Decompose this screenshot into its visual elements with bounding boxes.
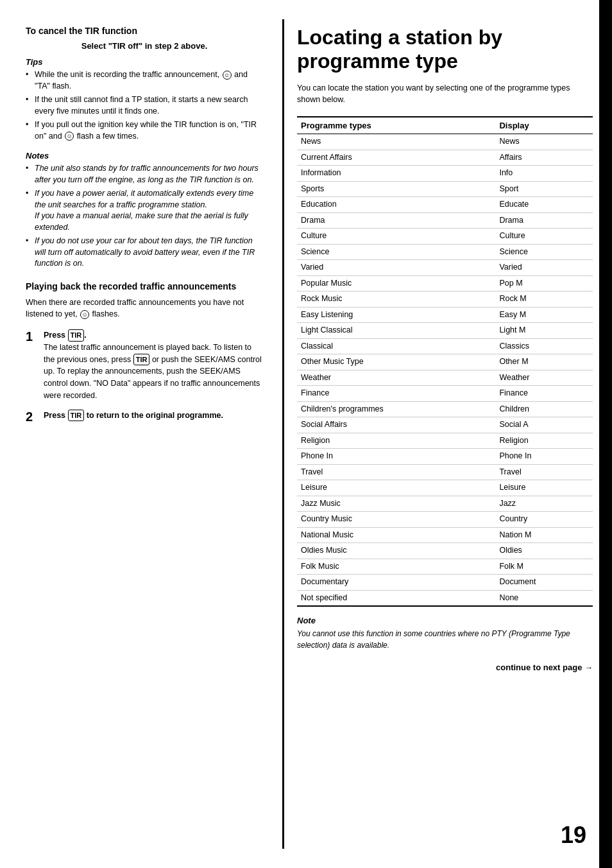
table-row: Children's programmesChildren — [297, 401, 593, 417]
display-cell: Nation M — [495, 527, 593, 543]
display-cell: Oldies — [495, 543, 593, 559]
step-1-number: 1 — [26, 329, 44, 343]
display-cell: Travel — [495, 464, 593, 480]
display-cell: Other M — [495, 354, 593, 370]
table-row: DramaDrama — [297, 213, 593, 229]
table-row: ReligionReligion — [297, 433, 593, 449]
programme-type-cell: Rock Music — [297, 291, 495, 308]
step-1: 1 Press TIR. The latest traffic announce… — [26, 329, 263, 402]
table-row: Not specifiedNone — [297, 590, 593, 606]
page-number: 19 — [561, 822, 586, 849]
notes-list: The unit also stands by for traffic anno… — [26, 163, 263, 270]
section-cancel-tir: To cancel the TIR function Select "TIR o… — [26, 26, 263, 270]
display-cell: Children — [495, 401, 593, 417]
step-1-content: Press TIR. The latest traffic announceme… — [44, 329, 263, 402]
right-sidebar-bar — [599, 0, 612, 868]
programme-type-cell: Folk Music — [297, 559, 495, 575]
note-2: If you have a power aerial, it automatic… — [26, 188, 263, 233]
cancel-tir-subheading: Select "TIR off" in step 2 above. — [26, 41, 263, 51]
table-row: LeisureLeisure — [297, 480, 593, 496]
right-note-section: Note You cannot use this function in som… — [297, 616, 593, 651]
table-row: FinanceFinance — [297, 386, 593, 402]
table-row: VariedVaried — [297, 260, 593, 276]
programme-table: Programme types Display NewsNewsCurrent … — [297, 116, 593, 607]
table-row: InformationInfo — [297, 166, 593, 182]
programme-type-cell: Travel — [297, 464, 495, 480]
display-cell: Pop M — [495, 275, 593, 291]
programme-type-cell: Country Music — [297, 512, 495, 528]
programme-type-cell: Not specified — [297, 590, 495, 606]
programme-type-cell: Documentary — [297, 575, 495, 591]
table-row: Social AffairsSocial A — [297, 417, 593, 433]
tips-label: Tips — [26, 57, 263, 67]
programme-type-cell: Education — [297, 197, 495, 213]
display-cell: Phone In — [495, 449, 593, 465]
table-row: NewsNews — [297, 134, 593, 150]
table-row: CultureCulture — [297, 229, 593, 245]
note-3: If you do not use your car for about ten… — [26, 236, 263, 270]
right-intro: You can locate the station you want by s… — [297, 82, 593, 107]
step-2-content: Press TIR to return to the original prog… — [44, 410, 223, 422]
table-row: Jazz MusicJazz — [297, 496, 593, 512]
display-cell: Religion — [495, 433, 593, 449]
programme-type-cell: Information — [297, 166, 495, 182]
programme-type-cell: Science — [297, 244, 495, 260]
display-cell: News — [495, 134, 593, 150]
display-cell: Weather — [495, 370, 593, 386]
step-2: 2 Press TIR to return to the original pr… — [26, 410, 263, 424]
display-cell: Social A — [495, 417, 593, 433]
programme-type-cell: Finance — [297, 386, 495, 402]
table-row: DocumentaryDocument — [297, 575, 593, 591]
table-row: Light ClassicalLight M — [297, 323, 593, 339]
display-cell: Country — [495, 512, 593, 528]
section-playback: Playing back the recorded traffic announ… — [26, 281, 263, 424]
programme-type-cell: Classical — [297, 338, 495, 354]
programme-type-cell: Varied — [297, 260, 495, 276]
display-cell: Finance — [495, 386, 593, 402]
note-1: The unit also stands by for traffic anno… — [26, 163, 263, 186]
table-row: Current AffairsAffairs — [297, 150, 593, 166]
right-title: Locating a station by programme type — [297, 26, 593, 73]
tip-2: If the unit still cannot find a TP stati… — [26, 94, 263, 117]
table-row: TravelTravel — [297, 464, 593, 480]
step-2-number: 2 — [26, 410, 44, 424]
table-row: Folk MusicFolk M — [297, 559, 593, 575]
display-cell: Culture — [495, 229, 593, 245]
programme-type-cell: Leisure — [297, 480, 495, 496]
right-note-text: You cannot use this function in some cou… — [297, 628, 593, 651]
display-cell: Easy M — [495, 307, 593, 323]
programme-type-cell: Light Classical — [297, 323, 495, 339]
right-note-label: Note — [297, 616, 593, 625]
display-cell: Light M — [495, 323, 593, 339]
tips-list: While the unit is recording the traffic … — [26, 69, 263, 142]
table-row: Popular MusicPop M — [297, 275, 593, 291]
display-cell: Folk M — [495, 559, 593, 575]
table-row: Country MusicCountry — [297, 512, 593, 528]
table-row: Rock MusicRock M — [297, 291, 593, 308]
programme-type-cell: Drama — [297, 213, 495, 229]
display-cell: None — [495, 590, 593, 606]
programme-type-cell: Weather — [297, 370, 495, 386]
display-cell: Drama — [495, 213, 593, 229]
display-cell: Document — [495, 575, 593, 591]
programme-type-cell: Jazz Music — [297, 496, 495, 512]
circle-icon-2: ☺ — [65, 132, 74, 141]
programme-type-cell: News — [297, 134, 495, 150]
display-cell: Science — [495, 244, 593, 260]
circle-icon-1: ☺ — [223, 71, 232, 80]
tir-badge-3: TIR — [68, 410, 85, 422]
col-display: Display — [495, 117, 593, 134]
section-cancel-tir-heading: To cancel the TIR function — [26, 26, 263, 36]
table-row: WeatherWeather — [297, 370, 593, 386]
programme-type-cell: Religion — [297, 433, 495, 449]
display-cell: Sport — [495, 181, 593, 197]
playback-heading: Playing back the recorded traffic announ… — [26, 281, 263, 291]
display-cell: Jazz — [495, 496, 593, 512]
programme-type-cell: Current Affairs — [297, 150, 495, 166]
display-cell: Info — [495, 166, 593, 182]
notes-label: Notes — [26, 151, 263, 161]
continue-text: continue to next page → — [297, 663, 593, 672]
tip-1: While the unit is recording the traffic … — [26, 69, 263, 92]
display-cell: Varied — [495, 260, 593, 276]
tir-badge-2: TIR — [133, 354, 150, 366]
